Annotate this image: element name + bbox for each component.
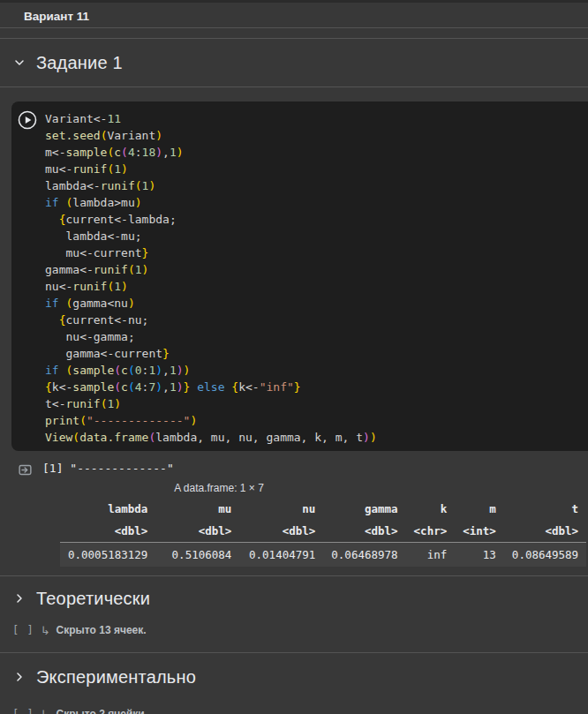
code-token: else — [197, 380, 224, 394]
df-cell: 0.5106084 — [155, 543, 239, 567]
code-token: ) — [184, 364, 191, 377]
code-token: gamma<-current — [45, 347, 162, 360]
code-token: nu<-gamma; — [45, 330, 135, 343]
df-column-type: <dbl> — [239, 520, 323, 543]
df-column-name: mu — [155, 498, 239, 520]
code-token: ) — [155, 129, 162, 142]
chevron-right-icon[interactable] — [11, 590, 27, 606]
cell-gap — [0, 28, 588, 38]
code-token: Variant — [107, 129, 155, 142]
code-token: "inf" — [260, 380, 294, 394]
df-column-type: <dbl> — [504, 520, 586, 543]
stdout-text: [1] "-------------" — [42, 460, 588, 477]
df-cell: 0.06468978 — [323, 543, 405, 567]
section-title-experiment: Экспериментально — [36, 667, 196, 688]
code-token: gamma<nu — [72, 297, 128, 310]
code-token: 4 — [135, 380, 142, 394]
output-area: [1] "-------------" A data.frame: 1 × 7 … — [0, 451, 588, 567]
code-token: ) — [190, 414, 197, 427]
code-token: gamma<- — [45, 263, 94, 276]
code-token: lambda, mu, nu, gamma, k, m, t — [155, 431, 363, 444]
section-title-task: Задание 1 — [36, 53, 123, 73]
code-token: ( — [128, 263, 135, 276]
section-header-theory[interactable]: Теоретически — [0, 576, 588, 620]
cell-gap — [0, 636, 588, 652]
code-token: ) — [155, 146, 162, 159]
cell-gap — [0, 567, 588, 575]
code-token: } — [294, 380, 301, 394]
df-column-name: gamma — [323, 498, 405, 520]
section-header-task[interactable]: Задание 1 — [0, 39, 588, 86]
code-token: , — [162, 146, 170, 159]
code-token: ( — [114, 380, 121, 394]
run-cell-button[interactable] — [18, 110, 37, 130]
code-token: runif — [72, 162, 107, 176]
code-token: , — [162, 364, 170, 377]
dataframe-caption: A data.frame: 1 × 7 — [42, 482, 396, 494]
code-token: ) — [370, 431, 377, 444]
code-token: set.seed — [45, 129, 101, 142]
dataframe-table: lambdamunugammakmt<dbl><dbl><dbl><dbl><c… — [60, 498, 586, 567]
code-token: ( — [72, 431, 79, 444]
code-token — [45, 213, 59, 226]
variant-title: Вариант 11 — [24, 10, 89, 23]
code-token: ( — [128, 380, 135, 394]
code-token: ) — [155, 364, 162, 377]
code-token: ) — [177, 364, 184, 377]
code-token: nu<- — [45, 280, 72, 293]
code-token: runif — [72, 280, 107, 293]
code-token: mu<- — [45, 162, 72, 176]
code-token: sample — [72, 380, 114, 394]
section-divider — [0, 86, 588, 87]
df-column-name: lambda — [60, 498, 155, 520]
code-token: ( — [128, 364, 135, 377]
code-token: if — [45, 297, 59, 310]
hidden-cells-text: Скрыто 2 ячейки. — [57, 708, 147, 714]
df-data-row: 0.00051831290.51060840.014047910.0646897… — [60, 543, 586, 567]
df-column-type: <chr> — [406, 520, 456, 543]
execution-count-placeholder: [ ] — [12, 624, 34, 636]
output-expand-icon[interactable] — [18, 462, 33, 477]
code-token: : — [135, 146, 142, 159]
hidden-cells-note-theory[interactable]: [ ] ↳ Скрыто 13 ячеек. — [12, 624, 588, 636]
code-token: k<- — [238, 380, 259, 394]
code-token: if — [45, 364, 59, 377]
code-token: } — [162, 347, 170, 360]
df-column-name: m — [455, 498, 504, 520]
section-header-experiment[interactable]: Экспериментально — [0, 653, 588, 701]
hidden-cells-arrow-icon: ↳ — [41, 709, 50, 714]
hidden-cells-note-experiment[interactable]: [ ] ↳ Скрыто 2 ячейки. — [12, 708, 588, 714]
df-cell: 13 — [455, 543, 504, 567]
chevron-down-icon[interactable] — [11, 55, 27, 71]
code-token: lambda<-mu; — [45, 229, 142, 243]
df-cell: 0.08649589 — [504, 543, 586, 567]
df-column-name: t — [504, 498, 586, 520]
code-token: { — [45, 380, 52, 394]
code-token: 1 — [170, 380, 177, 394]
code-token: lambda>mu — [72, 196, 134, 209]
df-column-name: nu — [239, 498, 323, 520]
code-cell: Variant<-11 set.seed(Variant) m<-sample(… — [11, 101, 588, 451]
code-token: current<-lambda; — [65, 213, 176, 226]
colab-notebook: { "header": { "title": "Вариант 11" }, "… — [0, 0, 588, 714]
df-column-type: <dbl> — [155, 520, 239, 543]
code-token — [45, 313, 59, 327]
code-token: 4 — [128, 146, 135, 159]
code-token: data.frame — [79, 431, 148, 444]
code-token: ) — [155, 380, 162, 394]
hidden-cells-text: Скрыто 13 ячеек. — [57, 624, 147, 636]
code-token: 11 — [107, 112, 121, 125]
code-token: ) — [363, 431, 370, 444]
code-token: runif — [94, 263, 128, 276]
code-token: 1 — [170, 364, 177, 377]
chevron-right-icon[interactable] — [11, 669, 27, 685]
code-token: c — [121, 380, 128, 394]
code-token: runif — [101, 179, 135, 192]
code-token: , — [162, 380, 170, 394]
section-title-theory: Теоретически — [36, 589, 150, 609]
code-editor[interactable]: Variant<-11 set.seed(Variant) m<-sample(… — [11, 110, 588, 449]
code-token: ( — [79, 414, 87, 427]
code-token: 1 — [170, 146, 177, 159]
code-token: ) — [177, 380, 184, 394]
hidden-cells-arrow-icon: ↳ — [41, 625, 50, 636]
